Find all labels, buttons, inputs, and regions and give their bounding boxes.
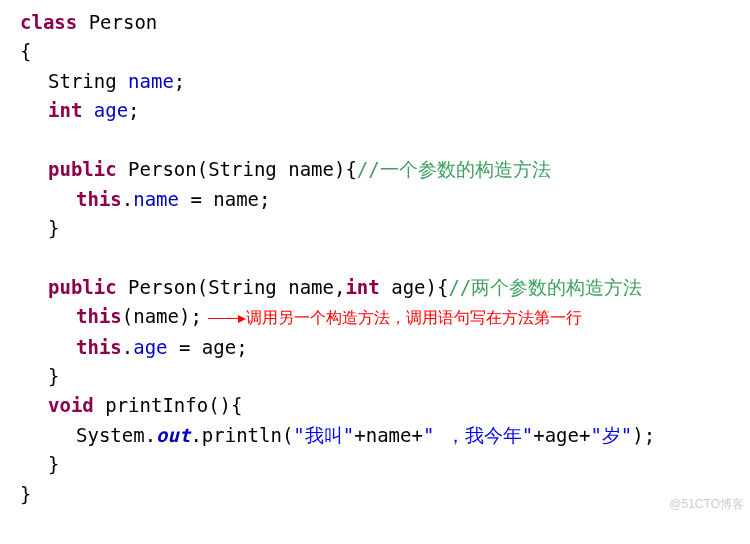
constructor-2-line1: this(name); 调用另一个构造方法，调用语句写在方法第一行 [20, 302, 730, 332]
constructor-1-body: this.name = name; [20, 185, 730, 214]
method-sig: void printInfo(){ [20, 391, 730, 420]
constructor-2-sig: public Person(String name,int age){//两个参… [20, 273, 730, 302]
field-name-decl: String name; [20, 67, 730, 96]
brace-close: } [20, 480, 730, 509]
keyword-class: class [20, 11, 77, 33]
keyword-void: void [48, 394, 94, 416]
constructor-2-line2: this.age = age; [20, 333, 730, 362]
type-string: String [48, 70, 128, 92]
keyword-public: public [48, 158, 117, 180]
watermark: @51CTO博客 [669, 495, 744, 514]
comment-2: //两个参数的构造方法 [448, 276, 642, 298]
string-literal: " ，我今年" [423, 424, 533, 446]
keyword-this: this [76, 188, 122, 210]
string-literal: "岁" [590, 424, 632, 446]
blank-line-2 [20, 244, 730, 273]
keyword-public: public [48, 276, 117, 298]
constructor-1-sig: public Person(String name){//一个参数的构造方法 [20, 155, 730, 184]
method-close: } [20, 450, 730, 479]
constructor-2-close: } [20, 362, 730, 391]
keyword-this: this [76, 305, 122, 327]
field-age: age [94, 99, 128, 121]
blank-line [20, 126, 730, 155]
class-name: Person [77, 11, 157, 33]
constructor-1-close: } [20, 214, 730, 243]
field-name: name [128, 70, 174, 92]
comment-1: //一个参数的构造方法 [357, 158, 551, 180]
arrow-icon [213, 303, 246, 332]
keyword-this: this [76, 336, 122, 358]
annotation-text: 调用另一个构造方法，调用语句写在方法第一行 [246, 309, 582, 326]
field-age-decl: int age; [20, 96, 730, 125]
string-literal: "我叫" [293, 424, 354, 446]
static-out: out [156, 424, 190, 446]
brace-open: { [20, 37, 730, 66]
code-line-class-decl: class Person [20, 8, 730, 37]
keyword-int: int [48, 99, 94, 121]
keyword-int: int [345, 276, 379, 298]
method-body: System.out.println("我叫"+name+" ，我今年"+age… [20, 421, 730, 450]
